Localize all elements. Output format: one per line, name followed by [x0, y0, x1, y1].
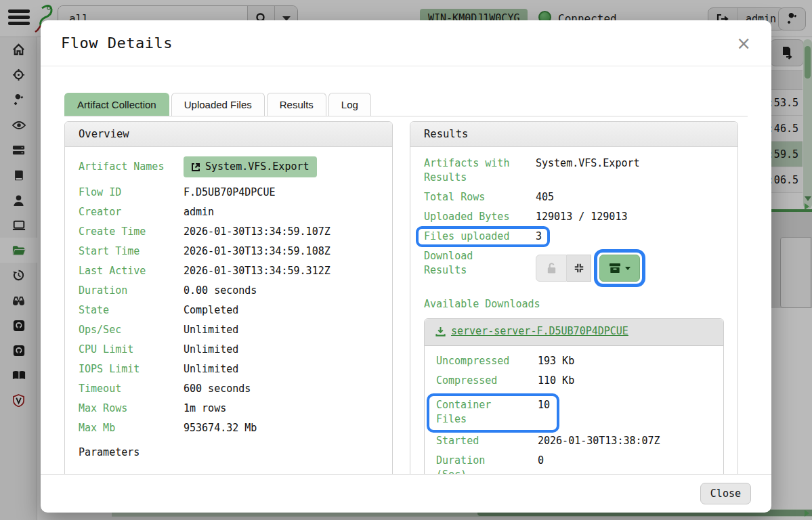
field-label: Compressed [436, 374, 538, 388]
close-icon[interactable]: × [736, 35, 751, 52]
field-row: Compressed110 Kb [436, 374, 712, 388]
field-label: Creator [79, 205, 184, 219]
tab-bar: Artifact CollectionUploaded FilesResults… [64, 93, 748, 116]
field-value: Unlimited [184, 323, 238, 337]
field-label: Last Active [79, 264, 184, 278]
field-row-artifact-names: Artifact Names System.VFS.Export [79, 156, 379, 177]
field-value: 3 [536, 230, 542, 244]
field-label: Max Mb [79, 421, 184, 435]
field-row-download-results: Download Results [424, 249, 724, 287]
lock-download-button[interactable] [536, 255, 567, 282]
flow-details-modal: Flow Details × Artifact CollectionUpload… [41, 20, 771, 513]
download-card-header: server-server-F.D5UB70P4DPCUE [425, 319, 723, 346]
field-row: Start Time2026-01-30T13:34:59.108Z [79, 244, 379, 259]
full-download-button[interactable] [567, 255, 591, 282]
modal-footer: Close [41, 474, 771, 513]
external-link-icon [191, 162, 200, 172]
prepare-collection-download-button[interactable] [599, 255, 640, 282]
parameters-heading: Parameters [79, 446, 379, 458]
caret-down-icon [625, 267, 631, 270]
field-label: CPU Limit [79, 343, 184, 357]
available-downloads-heading: Available Downloads [424, 298, 724, 310]
compress-arrows-icon [574, 263, 584, 274]
field-value: 2026-01-30T13:34:59.107Z [184, 225, 330, 239]
field-row: Create Time2026-01-30T13:34:59.107Z [79, 225, 379, 239]
field-row: StateCompleted [79, 303, 379, 318]
download-card: server-server-F.D5UB70P4DPCUE Uncompress… [424, 318, 724, 474]
field-row: CPU LimitUnlimited [79, 343, 379, 357]
field-value: 1m rows [184, 402, 226, 416]
field-row: Uncompressed193 Kb [436, 354, 712, 368]
field-value: 129013 / 129013 [536, 210, 627, 224]
field-label: Max Rows [79, 402, 184, 416]
archive-button-highlight [594, 249, 645, 287]
tab-results[interactable]: Results [267, 93, 326, 116]
field-row: Total Rows405 [424, 190, 724, 204]
tab-log[interactable]: Log [328, 93, 371, 116]
field-value: System.VFS.Export [536, 156, 640, 185]
field-value: 2026-01-30T13:38:07Z [538, 434, 660, 448]
download-link-label: server-server-F.D5UB70P4DPCUE [451, 325, 628, 337]
field-row: Max Mb953674.32 Mb [79, 421, 379, 435]
field-row: IOPS LimitUnlimited [79, 362, 379, 376]
field-row: Uploaded Bytes129013 / 129013 [424, 210, 724, 224]
field-label: Create Time [79, 225, 184, 239]
artifact-badge-label: System.VFS.Export [205, 160, 309, 174]
field-label: Ops/Sec [79, 323, 184, 337]
artifact-badge[interactable]: System.VFS.Export [184, 156, 317, 177]
field-row: Artifacts with ResultsSystem.VFS.Export [424, 156, 724, 185]
field-label: Files uploaded [424, 230, 536, 244]
field-row: Last Active2026-01-30T13:34:59.312Z [79, 264, 379, 278]
field-label: Start Time [79, 244, 184, 259]
modal-title: Flow Details [61, 35, 173, 51]
field-label: State [79, 303, 184, 318]
download-icon [435, 326, 446, 337]
field-label: Container Files [436, 398, 538, 427]
field-row: Ops/SecUnlimited [79, 323, 379, 337]
field-label: Total Rows [424, 190, 536, 204]
field-value: F.D5UB70P4DPCUE [184, 186, 275, 200]
field-value: 953674.32 Mb [184, 421, 257, 435]
unlock-icon [546, 262, 557, 274]
archive-box-icon [609, 263, 621, 274]
field-value: Unlimited [184, 362, 238, 376]
field-value: 2026-01-30T13:34:59.312Z [184, 264, 330, 278]
files-uploaded-highlight: Files uploaded 3 [416, 226, 550, 247]
download-results-button-group [536, 249, 645, 287]
field-label: Timeout [79, 382, 184, 396]
container-files-highlight: Container Files 10 [427, 393, 559, 433]
field-value: 110 Kb [538, 374, 574, 388]
field-label: Download Results [424, 249, 536, 278]
field-label: Flow ID [79, 186, 184, 200]
field-row: Duration (Sec)0 [436, 454, 712, 475]
field-label: IOPS Limit [79, 362, 184, 376]
field-value: Completed [184, 303, 238, 318]
overview-card-header: Overview [65, 122, 392, 147]
download-link[interactable]: server-server-F.D5UB70P4DPCUE [435, 325, 628, 337]
tab-uploaded-files[interactable]: Uploaded Files [171, 93, 265, 116]
field-label: Uploaded Bytes [424, 210, 536, 224]
overview-card: Overview Artifact Names System.VFS.Expor… [64, 121, 393, 474]
results-card-header: Results [410, 122, 738, 147]
close-button[interactable]: Close [700, 483, 751, 504]
field-row: Flow IDF.D5UB70P4DPCUE [79, 186, 379, 200]
field-value: 0 [538, 454, 544, 475]
field-value: admin [184, 205, 214, 219]
results-card: Results Artifacts with ResultsSystem.VFS… [410, 121, 738, 474]
field-label: Duration [79, 284, 184, 298]
field-row: Started2026-01-30T13:38:07Z [436, 434, 712, 448]
field-row: Creatoradmin [79, 205, 379, 219]
field-label: Duration (Sec) [436, 454, 538, 475]
field-value: 0.00 seconds [184, 284, 257, 298]
tab-artifact-collection[interactable]: Artifact Collection [64, 93, 169, 116]
field-value: 405 [536, 190, 554, 204]
field-label: Artifacts with Results [424, 156, 536, 185]
field-label: Artifact Names [79, 160, 184, 174]
field-label: Uncompressed [436, 354, 538, 368]
field-value: 600 seconds [184, 382, 251, 396]
field-value: Unlimited [184, 343, 238, 357]
field-label: Started [436, 434, 538, 448]
field-row-files-uploaded: Files uploaded 3 [424, 230, 542, 244]
field-row-container-files: Container Files 10 [436, 398, 550, 427]
modal-header: Flow Details × [41, 20, 771, 66]
